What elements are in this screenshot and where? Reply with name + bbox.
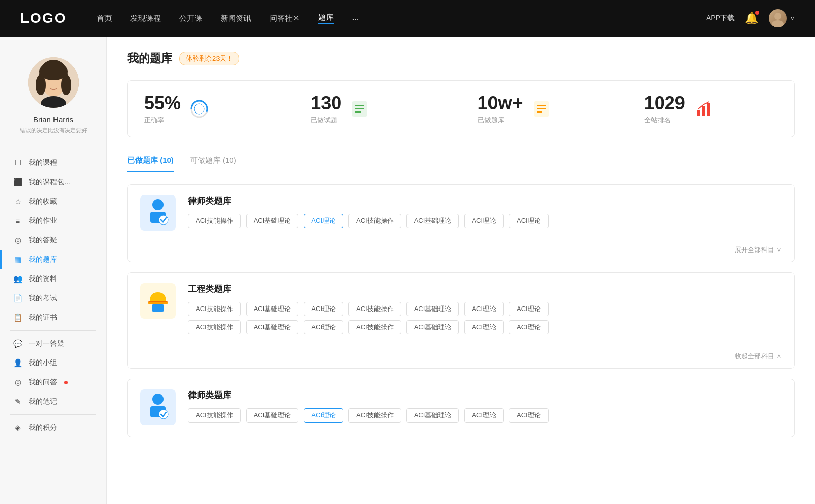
tag-lawyer2-6[interactable]: ACI理论 bbox=[509, 408, 549, 423]
nav-more[interactable]: ··· bbox=[352, 14, 359, 23]
nav-qa[interactable]: 问答社区 bbox=[269, 14, 300, 23]
favorites-icon: ☆ bbox=[13, 197, 22, 206]
stat-questions-done: 130 已做试题 bbox=[294, 81, 461, 137]
notification-dot bbox=[755, 11, 759, 15]
qbank-title-lawyer-2: 律师类题库 bbox=[188, 389, 782, 401]
svg-point-1 bbox=[772, 20, 784, 27]
logo: LOGO bbox=[20, 10, 66, 26]
main-content: 我的题库 体验剩余23天！ 55% 正确率 bbox=[107, 37, 815, 504]
nav-home[interactable]: 首页 bbox=[97, 14, 112, 23]
tag-eng-6[interactable]: ACI理论 bbox=[509, 302, 549, 316]
tag-lawyer1-6[interactable]: ACI理论 bbox=[509, 214, 549, 228]
svg-rect-27 bbox=[152, 304, 164, 312]
tag-eng-0[interactable]: ACI技能操作 bbox=[188, 302, 241, 316]
one-on-one-icon: 💬 bbox=[13, 339, 22, 348]
user-menu-chevron: ∨ bbox=[790, 15, 795, 22]
tag-eng-r2-1[interactable]: ACI基础理论 bbox=[246, 320, 299, 334]
qbank-collapse-engineering[interactable]: 收起全部科目 ∧ bbox=[128, 349, 794, 368]
stat-value-site-rank: 1029 bbox=[644, 93, 685, 114]
sidebar-item-my-exams[interactable]: 📄 我的考试 bbox=[0, 289, 106, 308]
stat-label-banks-done: 已做题库 bbox=[478, 116, 523, 125]
tag-eng-r2-2[interactable]: ACI理论 bbox=[304, 320, 343, 334]
sidebar-profile: Brian Harris 错误的决定比没有决定要好 bbox=[0, 47, 106, 147]
sidebar-item-one-on-one[interactable]: 💬 一对一答疑 bbox=[0, 334, 106, 353]
sidebar-item-my-question-bank[interactable]: ▦ 我的题库 bbox=[0, 250, 106, 269]
group-icon: 👤 bbox=[13, 358, 22, 368]
tag-lawyer1-1[interactable]: ACI基础理论 bbox=[246, 214, 299, 228]
stat-value-correct-rate: 55% bbox=[144, 93, 181, 114]
user-name: Brian Harris bbox=[33, 115, 73, 124]
stat-info-banks-done: 10w+ 已做题库 bbox=[478, 93, 523, 125]
qbank-body-engineering: 工程类题库 ACI技能操作 ACI基础理论 ACI理论 ACI技能操作 ACI基… bbox=[188, 283, 782, 339]
sidebar-item-my-homework[interactable]: ≡ 我的作业 bbox=[0, 211, 106, 231]
nav-open-course[interactable]: 公开课 bbox=[179, 14, 202, 23]
tag-eng-1[interactable]: ACI基础理论 bbox=[246, 302, 299, 316]
nav-question-bank[interactable]: 题库 bbox=[318, 13, 334, 24]
qbank-card-engineering: 工程类题库 ACI技能操作 ACI基础理论 ACI理论 ACI技能操作 ACI基… bbox=[127, 272, 795, 369]
sidebar-item-my-course-packages[interactable]: ⬛ 我的课程包... bbox=[0, 173, 106, 192]
tag-eng-3[interactable]: ACI技能操作 bbox=[348, 302, 401, 316]
tag-lawyer2-1[interactable]: ACI基础理论 bbox=[246, 408, 299, 423]
tag-lawyer2-3[interactable]: ACI技能操作 bbox=[348, 408, 401, 423]
sidebar-divider-2 bbox=[10, 330, 96, 331]
sidebar-item-my-notes[interactable]: ✎ 我的笔记 bbox=[0, 392, 106, 411]
profile-icon: 👥 bbox=[13, 274, 22, 284]
sidebar-item-my-certificates[interactable]: 📋 我的证书 bbox=[0, 308, 106, 327]
tag-eng-r2-6[interactable]: ACI理论 bbox=[509, 320, 549, 334]
tag-lawyer1-5[interactable]: ACI理论 bbox=[464, 214, 504, 228]
sidebar-avatar bbox=[28, 57, 79, 108]
qbank-card-lawyer-1: 律师类题库 ACI技能操作 ACI基础理论 ACI理论 ACI技能操作 ACI基… bbox=[127, 184, 795, 262]
qbank-expand-lawyer-1[interactable]: 展开全部科目 ∨ bbox=[128, 242, 794, 262]
tag-lawyer1-2[interactable]: ACI理论 bbox=[304, 214, 343, 228]
tag-eng-4[interactable]: ACI基础理论 bbox=[406, 302, 459, 316]
user-avatar-menu[interactable]: ∨ bbox=[769, 9, 795, 27]
tab-available[interactable]: 可做题库 (10) bbox=[190, 152, 236, 172]
sidebar-label-my-certificates: 我的证书 bbox=[29, 313, 57, 322]
tag-eng-5[interactable]: ACI理论 bbox=[464, 302, 504, 316]
stat-icon-correct-rate bbox=[189, 99, 209, 119]
certificates-icon: 📋 bbox=[13, 313, 22, 322]
sidebar-item-my-points[interactable]: ◈ 我的积分 bbox=[0, 418, 106, 437]
app-download-btn[interactable]: APP下载 bbox=[706, 14, 735, 23]
stat-info-questions-done: 130 已做试题 bbox=[311, 93, 341, 125]
tag-lawyer2-0[interactable]: ACI技能操作 bbox=[188, 408, 241, 423]
svg-point-0 bbox=[774, 13, 781, 20]
tag-eng-2[interactable]: ACI理论 bbox=[304, 302, 343, 316]
sidebar-label-my-course-packages: 我的课程包... bbox=[29, 178, 70, 187]
question-bank-icon: ▦ bbox=[13, 255, 22, 264]
sidebar-item-my-questions[interactable]: ◎ 我的答疑 bbox=[0, 231, 106, 250]
tag-eng-r2-5[interactable]: ACI理论 bbox=[464, 320, 504, 334]
sidebar-item-my-answers[interactable]: ◎ 我的问答 bbox=[0, 373, 106, 392]
notification-bell[interactable]: 🔔 bbox=[745, 12, 758, 25]
user-motto: 错误的决定比没有决定要好 bbox=[15, 127, 92, 134]
svg-point-23 bbox=[152, 199, 164, 210]
page-title: 我的题库 bbox=[127, 51, 172, 66]
stat-correct-rate: 55% 正确率 bbox=[128, 81, 294, 137]
tag-lawyer2-2[interactable]: ACI理论 bbox=[304, 408, 343, 423]
tag-lawyer2-5[interactable]: ACI理论 bbox=[464, 408, 504, 423]
trial-badge: 体验剩余23天！ bbox=[179, 52, 239, 65]
tag-lawyer2-4[interactable]: ACI基础理论 bbox=[406, 408, 459, 423]
qbank-tags-engineering-row1: ACI技能操作 ACI基础理论 ACI理论 ACI技能操作 ACI基础理论 AC… bbox=[188, 302, 782, 316]
tag-lawyer1-0[interactable]: ACI技能操作 bbox=[188, 214, 241, 228]
stat-icon-banks-done bbox=[531, 99, 552, 119]
tag-eng-r2-3[interactable]: ACI技能操作 bbox=[348, 320, 401, 334]
stat-label-correct-rate: 正确率 bbox=[144, 116, 181, 125]
qbank-tags-engineering-row2: ACI技能操作 ACI基础理论 ACI理论 ACI技能操作 ACI基础理论 AC… bbox=[188, 320, 782, 334]
sidebar-label-my-favorites: 我的收藏 bbox=[29, 197, 57, 206]
tab-done[interactable]: 已做题库 (10) bbox=[127, 152, 174, 172]
stat-info-correct-rate: 55% 正确率 bbox=[144, 93, 181, 125]
nav-news[interactable]: 新闻资讯 bbox=[221, 14, 251, 23]
sidebar-item-my-group[interactable]: 👤 我的小组 bbox=[0, 353, 106, 373]
tag-lawyer1-4[interactable]: ACI基础理论 bbox=[406, 214, 459, 228]
tag-lawyer1-3[interactable]: ACI技能操作 bbox=[348, 214, 401, 228]
notes-icon: ✎ bbox=[13, 397, 22, 406]
qbank-card-inner-lawyer-1: 律师类题库 ACI技能操作 ACI基础理论 ACI理论 ACI技能操作 ACI基… bbox=[128, 185, 794, 242]
sidebar-item-my-profile[interactable]: 👥 我的资料 bbox=[0, 269, 106, 289]
stat-site-rank: 1029 全站排名 bbox=[628, 81, 794, 137]
sidebar-item-my-favorites[interactable]: ☆ 我的收藏 bbox=[0, 192, 106, 211]
tag-eng-r2-0[interactable]: ACI技能操作 bbox=[188, 320, 241, 334]
tag-eng-r2-4[interactable]: ACI基础理论 bbox=[406, 320, 459, 334]
nav-discover[interactable]: 发现课程 bbox=[130, 14, 161, 23]
sidebar-item-my-courses[interactable]: ☐ 我的课程 bbox=[0, 153, 106, 173]
